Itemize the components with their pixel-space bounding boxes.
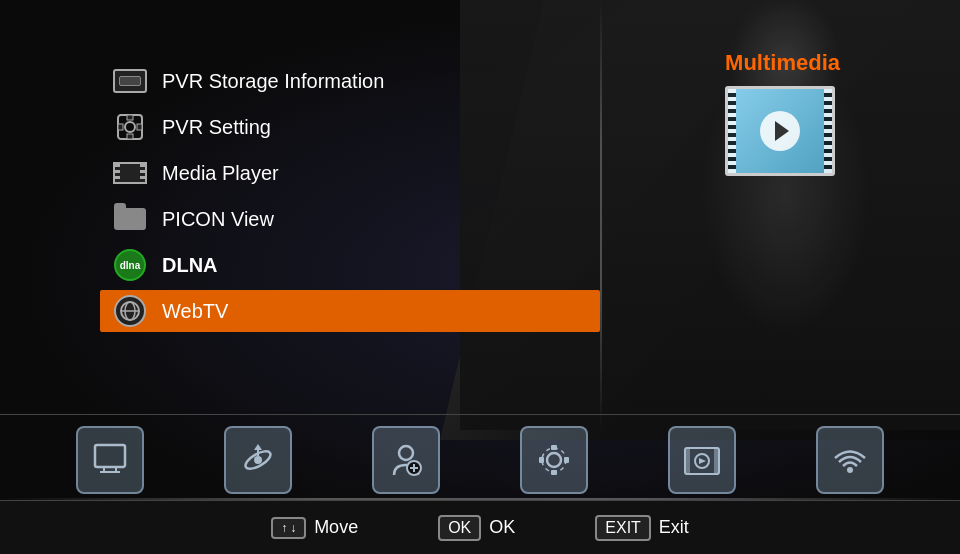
- svg-rect-4: [118, 124, 123, 130]
- svg-rect-2: [127, 115, 133, 120]
- svg-rect-22: [551, 445, 557, 450]
- ok-status: OK OK: [438, 515, 515, 541]
- menu-label-pvr-setting: PVR Setting: [162, 116, 271, 139]
- satellite-button[interactable]: [224, 426, 292, 494]
- video-preview: [725, 86, 835, 176]
- ok-label: OK: [489, 517, 515, 538]
- svg-point-16: [399, 446, 413, 460]
- multimedia-title: Multimedia: [725, 50, 840, 76]
- gear-icon: [112, 114, 148, 140]
- svg-rect-25: [564, 457, 569, 463]
- menu-item-webtv[interactable]: WebTV: [100, 290, 600, 332]
- menu-label-pvr-storage: PVR Storage Information: [162, 70, 384, 93]
- move-label: Move: [314, 517, 358, 538]
- dlna-icon: dlna: [112, 252, 148, 278]
- webtv-icon: [112, 298, 148, 324]
- status-bar: ↑ ↓ Move OK OK EXIT Exit: [0, 500, 960, 554]
- down-arrow-icon: ↓: [290, 521, 296, 535]
- hdd-icon: [112, 68, 148, 94]
- svg-rect-24: [539, 457, 544, 463]
- menu-label-picon-view: PICON View: [162, 208, 274, 231]
- exit-key-text: EXIT: [605, 519, 641, 537]
- svg-rect-9: [95, 445, 125, 467]
- svg-rect-28: [714, 448, 719, 474]
- up-arrow-icon: ↑: [281, 521, 287, 535]
- satellite-icon: [238, 440, 278, 480]
- play-button[interactable]: [760, 111, 800, 151]
- menu-panel: PVR Storage Information PVR Setting: [100, 60, 600, 336]
- svg-marker-30: [699, 458, 706, 464]
- settings-button[interactable]: [520, 426, 588, 494]
- folder-icon: [112, 206, 148, 232]
- move-key-badge: ↑ ↓: [271, 517, 306, 539]
- media-button[interactable]: [668, 426, 736, 494]
- svg-rect-27: [685, 448, 690, 474]
- wifi-button[interactable]: [816, 426, 884, 494]
- bottom-toolbar: [0, 414, 960, 499]
- menu-item-pvr-setting[interactable]: PVR Setting: [100, 106, 600, 148]
- menu-label-dlna: DLNA: [162, 254, 218, 277]
- media-icon: [682, 440, 722, 480]
- svg-point-20: [547, 453, 561, 467]
- menu-item-pvr-storage[interactable]: PVR Storage Information: [100, 60, 600, 102]
- svg-rect-23: [551, 470, 557, 475]
- svg-point-21: [542, 448, 566, 472]
- settings-icon: [534, 440, 574, 480]
- svg-marker-15: [254, 444, 262, 450]
- menu-label-webtv: WebTV: [162, 300, 228, 323]
- person-button[interactable]: [372, 426, 440, 494]
- exit-label: Exit: [659, 517, 689, 538]
- tv-button[interactable]: [76, 426, 144, 494]
- person-icon: [386, 440, 426, 480]
- ok-key-badge: OK: [438, 515, 481, 541]
- move-status: ↑ ↓ Move: [271, 517, 358, 539]
- wifi-icon: [830, 440, 870, 480]
- exit-status: EXIT Exit: [595, 515, 689, 541]
- svg-rect-3: [127, 134, 133, 139]
- tv-icon: [90, 440, 130, 480]
- exit-key-badge: EXIT: [595, 515, 651, 541]
- svg-point-31: [847, 467, 853, 473]
- menu-item-dlna[interactable]: dlna DLNA: [100, 244, 600, 286]
- multimedia-panel: Multimedia: [725, 50, 840, 176]
- svg-point-13: [254, 456, 262, 464]
- svg-rect-5: [137, 124, 142, 130]
- svg-point-1: [125, 122, 135, 132]
- play-icon: [775, 121, 789, 141]
- menu-item-media-player[interactable]: Media Player: [100, 152, 600, 194]
- ok-key-text: OK: [448, 519, 471, 537]
- menu-item-picon-view[interactable]: PICON View: [100, 198, 600, 240]
- filmstrip-icon: [112, 160, 148, 186]
- main-content: Multimedia PVR Storage Information: [0, 0, 960, 430]
- menu-label-media-player: Media Player: [162, 162, 279, 185]
